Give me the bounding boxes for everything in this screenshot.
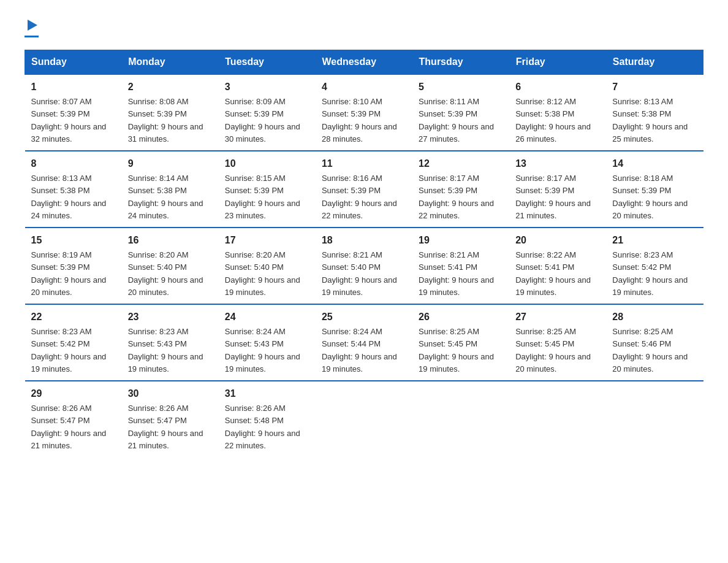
day-number: 13 xyxy=(515,156,600,171)
day-info: Sunrise: 8:17 AMSunset: 5:39 PMDaylight:… xyxy=(515,174,591,220)
day-number: 23 xyxy=(128,310,213,324)
calendar-day-cell: 7 Sunrise: 8:13 AMSunset: 5:38 PMDayligh… xyxy=(606,74,703,151)
day-number: 6 xyxy=(515,80,600,94)
calendar-day-cell: 19 Sunrise: 8:21 AMSunset: 5:41 PMDaylig… xyxy=(412,228,509,304)
day-info: Sunrise: 8:13 AMSunset: 5:38 PMDaylight:… xyxy=(612,97,688,144)
calendar-day-cell: 24 Sunrise: 8:24 AMSunset: 5:43 PMDaylig… xyxy=(219,304,316,381)
calendar-day-cell: 31 Sunrise: 8:26 AMSunset: 5:48 PMDaylig… xyxy=(219,381,316,457)
day-number: 26 xyxy=(419,310,503,324)
day-number: 4 xyxy=(322,80,406,94)
day-number: 25 xyxy=(322,310,406,324)
logo-arrow-icon xyxy=(26,18,39,34)
calendar-day-cell: 4 Sunrise: 8:10 AMSunset: 5:39 PMDayligh… xyxy=(316,74,412,151)
calendar-day-cell: 23 Sunrise: 8:23 AMSunset: 5:43 PMDaylig… xyxy=(122,304,219,381)
day-info: Sunrise: 8:07 AMSunset: 5:39 PMDaylight:… xyxy=(31,97,107,144)
calendar-day-cell: 16 Sunrise: 8:20 AMSunset: 5:40 PMDaylig… xyxy=(122,228,219,304)
weekday-header-saturday: Saturday xyxy=(606,50,703,75)
calendar-week-4: 22 Sunrise: 8:23 AMSunset: 5:42 PMDaylig… xyxy=(25,304,703,381)
calendar-day-cell: 13 Sunrise: 8:17 AMSunset: 5:39 PMDaylig… xyxy=(509,151,606,228)
logo xyxy=(25,18,39,37)
day-info: Sunrise: 8:11 AMSunset: 5:39 PMDaylight:… xyxy=(419,97,494,144)
day-info: Sunrise: 8:09 AMSunset: 5:39 PMDaylight:… xyxy=(225,97,300,144)
day-number: 27 xyxy=(515,310,600,324)
day-info: Sunrise: 8:25 AMSunset: 5:45 PMDaylight:… xyxy=(419,327,494,373)
day-info: Sunrise: 8:21 AMSunset: 5:41 PMDaylight:… xyxy=(419,250,494,297)
weekday-header-sunday: Sunday xyxy=(25,50,122,75)
calendar-day-cell: 26 Sunrise: 8:25 AMSunset: 5:45 PMDaylig… xyxy=(412,304,509,381)
calendar-week-2: 8 Sunrise: 8:13 AMSunset: 5:38 PMDayligh… xyxy=(25,151,703,228)
calendar-day-cell: 22 Sunrise: 8:23 AMSunset: 5:42 PMDaylig… xyxy=(25,304,122,381)
calendar-day-cell: 21 Sunrise: 8:23 AMSunset: 5:42 PMDaylig… xyxy=(606,228,703,304)
calendar-day-cell: 27 Sunrise: 8:25 AMSunset: 5:45 PMDaylig… xyxy=(509,304,606,381)
day-info: Sunrise: 8:24 AMSunset: 5:43 PMDaylight:… xyxy=(225,327,300,373)
day-number: 3 xyxy=(225,80,309,94)
day-number: 1 xyxy=(31,80,116,94)
calendar-week-3: 15 Sunrise: 8:19 AMSunset: 5:39 PMDaylig… xyxy=(25,228,703,304)
day-number: 19 xyxy=(419,233,503,248)
calendar-day-cell: 1 Sunrise: 8:07 AMSunset: 5:39 PMDayligh… xyxy=(25,74,122,151)
calendar-day-cell xyxy=(412,381,509,457)
day-number: 20 xyxy=(515,233,600,248)
weekday-header-monday: Monday xyxy=(122,50,219,75)
day-number: 21 xyxy=(612,233,697,248)
calendar-day-cell: 6 Sunrise: 8:12 AMSunset: 5:38 PMDayligh… xyxy=(509,74,606,151)
calendar-day-cell: 29 Sunrise: 8:26 AMSunset: 5:47 PMDaylig… xyxy=(25,381,122,457)
day-number: 16 xyxy=(128,233,213,248)
logo-underline xyxy=(25,36,39,37)
day-number: 9 xyxy=(128,156,213,171)
day-number: 17 xyxy=(225,233,309,248)
calendar-day-cell: 8 Sunrise: 8:13 AMSunset: 5:38 PMDayligh… xyxy=(25,151,122,228)
calendar-day-cell xyxy=(606,381,703,457)
day-number: 12 xyxy=(419,156,503,171)
day-info: Sunrise: 8:17 AMSunset: 5:39 PMDaylight:… xyxy=(419,174,494,220)
day-number: 24 xyxy=(225,310,309,324)
day-info: Sunrise: 8:25 AMSunset: 5:45 PMDaylight:… xyxy=(515,327,591,373)
calendar-day-cell: 15 Sunrise: 8:19 AMSunset: 5:39 PMDaylig… xyxy=(25,228,122,304)
calendar-day-cell: 20 Sunrise: 8:22 AMSunset: 5:41 PMDaylig… xyxy=(509,228,606,304)
calendar-day-cell: 9 Sunrise: 8:14 AMSunset: 5:38 PMDayligh… xyxy=(122,151,219,228)
svg-marker-0 xyxy=(28,20,37,31)
day-info: Sunrise: 8:26 AMSunset: 5:48 PMDaylight:… xyxy=(225,404,300,450)
day-info: Sunrise: 8:26 AMSunset: 5:47 PMDaylight:… xyxy=(31,404,107,450)
day-info: Sunrise: 8:24 AMSunset: 5:44 PMDaylight:… xyxy=(322,327,397,373)
calendar-day-cell: 25 Sunrise: 8:24 AMSunset: 5:44 PMDaylig… xyxy=(316,304,412,381)
day-number: 18 xyxy=(322,233,406,248)
calendar-day-cell: 5 Sunrise: 8:11 AMSunset: 5:39 PMDayligh… xyxy=(412,74,509,151)
calendar-day-cell: 10 Sunrise: 8:15 AMSunset: 5:39 PMDaylig… xyxy=(219,151,316,228)
calendar-day-cell: 11 Sunrise: 8:16 AMSunset: 5:39 PMDaylig… xyxy=(316,151,412,228)
weekday-header-tuesday: Tuesday xyxy=(219,50,316,75)
day-info: Sunrise: 8:26 AMSunset: 5:47 PMDaylight:… xyxy=(128,404,203,450)
day-info: Sunrise: 8:23 AMSunset: 5:42 PMDaylight:… xyxy=(31,327,107,373)
weekday-header-row: SundayMondayTuesdayWednesdayThursdayFrid… xyxy=(25,50,703,75)
day-info: Sunrise: 8:08 AMSunset: 5:39 PMDaylight:… xyxy=(128,97,203,144)
calendar-day-cell: 14 Sunrise: 8:18 AMSunset: 5:39 PMDaylig… xyxy=(606,151,703,228)
day-info: Sunrise: 8:25 AMSunset: 5:46 PMDaylight:… xyxy=(612,327,688,373)
calendar-day-cell: 17 Sunrise: 8:20 AMSunset: 5:40 PMDaylig… xyxy=(219,228,316,304)
day-number: 15 xyxy=(31,233,116,248)
calendar-week-1: 1 Sunrise: 8:07 AMSunset: 5:39 PMDayligh… xyxy=(25,74,703,151)
day-info: Sunrise: 8:18 AMSunset: 5:39 PMDaylight:… xyxy=(612,174,688,220)
calendar-header: SundayMondayTuesdayWednesdayThursdayFrid… xyxy=(25,50,703,75)
calendar-day-cell: 2 Sunrise: 8:08 AMSunset: 5:39 PMDayligh… xyxy=(122,74,219,151)
day-info: Sunrise: 8:12 AMSunset: 5:38 PMDaylight:… xyxy=(515,97,591,144)
day-number: 10 xyxy=(225,156,309,171)
calendar-week-5: 29 Sunrise: 8:26 AMSunset: 5:47 PMDaylig… xyxy=(25,381,703,457)
day-info: Sunrise: 8:16 AMSunset: 5:39 PMDaylight:… xyxy=(322,174,397,220)
calendar-body: 1 Sunrise: 8:07 AMSunset: 5:39 PMDayligh… xyxy=(25,74,703,457)
day-number: 28 xyxy=(612,310,697,324)
weekday-header-friday: Friday xyxy=(509,50,606,75)
calendar-day-cell: 30 Sunrise: 8:26 AMSunset: 5:47 PMDaylig… xyxy=(122,381,219,457)
day-info: Sunrise: 8:23 AMSunset: 5:43 PMDaylight:… xyxy=(128,327,203,373)
calendar-day-cell xyxy=(316,381,412,457)
day-number: 8 xyxy=(31,156,116,171)
day-number: 11 xyxy=(322,156,406,171)
calendar-table: SundayMondayTuesdayWednesdayThursdayFrid… xyxy=(25,50,703,457)
day-number: 7 xyxy=(612,80,697,94)
day-info: Sunrise: 8:15 AMSunset: 5:39 PMDaylight:… xyxy=(225,174,300,220)
day-info: Sunrise: 8:23 AMSunset: 5:42 PMDaylight:… xyxy=(612,250,688,297)
calendar-day-cell xyxy=(509,381,606,457)
day-number: 31 xyxy=(225,386,309,401)
day-info: Sunrise: 8:13 AMSunset: 5:38 PMDaylight:… xyxy=(31,174,107,220)
day-number: 14 xyxy=(612,156,697,171)
day-number: 29 xyxy=(31,386,116,401)
